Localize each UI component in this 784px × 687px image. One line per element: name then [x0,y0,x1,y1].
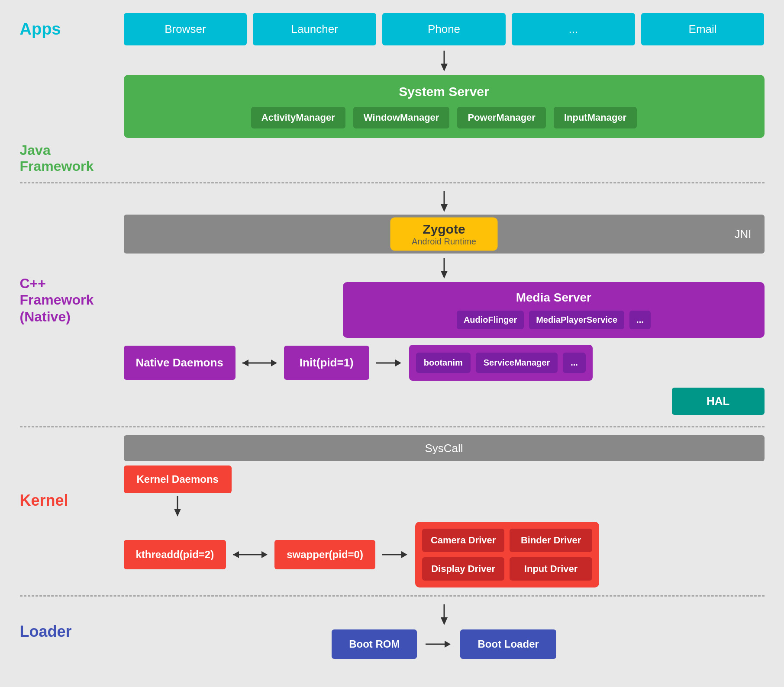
zygote-box: Zygote Android Runtime [390,218,498,251]
system-server-box: System Server ActivityManager WindowMana… [124,75,765,138]
media-server-row: Media Server AudioFlinger MediaPlayerSer… [124,282,765,338]
syscall-bar: SysCall [124,435,765,461]
svg-marker-21 [445,641,451,648]
cpp-content: Media Server AudioFlinger MediaPlayerSer… [124,258,765,418]
apps-content: Browser Launcher Phone ... Email [124,13,765,45]
app-phone: Phone [382,13,506,45]
init-ellipsis: ... [563,353,586,373]
app-ellipsis: ... [512,13,635,45]
bidir-arrow-native-init [242,355,277,371]
init-box: Init(pid=1) [284,346,369,380]
syscall-label: SysCall [425,442,463,455]
kernel-daemons-col: Kernel Daemons [124,465,232,517]
loader-layer: Loader Boot ROM Boot Loader [20,604,765,659]
boot-loader-box: Boot Loader [460,629,556,659]
init-bootanim: bootanim [416,353,471,373]
diagram: Apps Browser Launcher Phone ... Email S [20,13,765,659]
svg-marker-15 [261,551,268,558]
media-server-box: Media Server AudioFlinger MediaPlayerSer… [343,282,764,338]
system-server-title: System Server [137,84,752,99]
ms-audio-flinger: AudioFlinger [457,311,524,329]
arrow-boot-rom-to-loader [426,636,452,652]
loader-label: Loader [20,623,72,640]
arrow-down-icon [436,51,453,72]
kernel-content: Kernel Daemons kthreadd(pid=2) [124,465,765,587]
svg-marker-10 [395,360,401,366]
app-launcher: Launcher [253,13,376,45]
kernel-daemons-box: Kernel Daemons [124,465,232,493]
arrow-right-swapper [382,547,408,562]
swapper-box: swapper(pid=0) [274,540,375,569]
zygote-jni-section: JNI Zygote Android Runtime [20,215,765,254]
boot-rom-box: Boot ROM [332,629,417,659]
svg-marker-8 [271,360,277,366]
arrow-swapper-to-loader [124,604,765,626]
app-browser: Browser [124,13,247,45]
ss-input-manager: InputManager [554,107,637,128]
zygote-subtitle: Android Runtime [412,237,476,247]
hal-box: HAL [672,388,764,415]
svg-marker-17 [401,551,407,558]
apps-boxes: Browser Launcher Phone ... Email [124,13,765,45]
kthreadd-box: kthreadd(pid=2) [124,540,226,569]
svg-marker-14 [233,551,239,558]
java-fw-label-row: Java Framework [20,142,765,174]
arrow-down-icon-loader [436,604,453,626]
java-fw-label: Java Framework [20,142,94,174]
cpp-fw-label: C++ Framework (Native) [20,275,124,325]
svg-marker-1 [441,64,448,71]
init-service-manager: ServiceManager [476,353,558,373]
zygote-title: Zygote [412,222,476,237]
system-server-items: ActivityManager WindowManager PowerManag… [137,107,752,128]
arrow-down-kernel-daemons [169,496,186,517]
svg-marker-19 [441,617,448,625]
app-email: Email [641,13,765,45]
ss-power-manager: PowerManager [457,107,546,128]
system-server-row: System Server ActivityManager WindowMana… [20,75,765,138]
divider-3 [20,595,765,597]
native-daemons-box: Native Daemons [124,346,236,380]
syscall-row: SysCall [20,435,765,461]
arrow-apps-to-ss [20,51,765,72]
apps-layer: Apps Browser Launcher Phone ... Email [20,13,765,45]
svg-marker-5 [441,271,448,279]
binder-driver: Binder Driver [510,529,592,552]
init-right-box: bootanim ServiceManager ... [409,345,593,381]
kernel-top-row: Kernel Daemons [124,465,765,517]
hal-row: HAL [124,388,765,415]
divider-1 [20,182,765,183]
arrow-ss-to-zygote [20,191,765,213]
arrow-down-icon-3 [436,258,453,279]
arrow-zygote-to-init [124,258,765,279]
arrow-down-icon-2 [436,191,453,213]
kernel-bottom-row: kthreadd(pid=2) swapper(pid=0) Camera Dr… [124,522,765,587]
kernel-label: Kernel [20,491,68,509]
loader-boxes: Boot ROM Boot Loader [124,629,765,659]
svg-marker-12 [174,509,181,517]
media-server-items: AudioFlinger MediaPlayerService ... [353,311,754,329]
input-driver: Input Driver [510,557,592,581]
kernel-layer: Kernel Kernel Daemons kthreadd(pid=2) [20,465,765,587]
init-row: Native Daemons Init(pid=1) bootanim [124,345,765,381]
media-server-title: Media Server [353,291,754,305]
media-server-section: Media Server AudioFlinger MediaPlayerSer… [343,282,764,338]
jni-label: JNI [735,228,752,241]
loader-content: Boot ROM Boot Loader [124,604,765,659]
ms-ellipsis: ... [629,311,651,329]
display-driver: Display Driver [422,557,504,581]
apps-label: Apps [20,20,124,39]
svg-marker-7 [242,360,248,366]
ss-window-manager: WindowManager [353,107,450,128]
cpp-fw-row: C++ Framework (Native) Media Server [20,258,765,418]
syscall-bar-inner: SysCall [124,435,765,461]
svg-marker-3 [441,204,448,212]
bidir-arrow-kernel [233,547,268,562]
system-server-section: System Server ActivityManager WindowMana… [124,75,765,138]
drivers-grid: Camera Driver Binder Driver Display Driv… [415,522,599,587]
jni-bar-area: JNI Zygote Android Runtime [124,215,765,254]
arrow-right-init [376,355,402,371]
divider-2 [20,426,765,427]
ss-activity-manager: ActivityManager [251,107,345,128]
ms-media-player: MediaPlayerService [529,311,624,329]
camera-driver: Camera Driver [422,529,504,552]
